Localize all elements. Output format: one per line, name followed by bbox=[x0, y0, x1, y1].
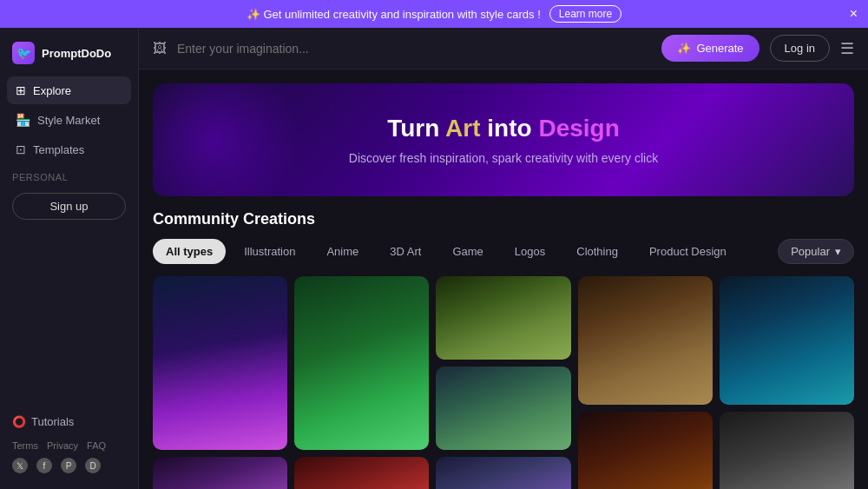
learn-more-button[interactable]: Learn more bbox=[549, 5, 621, 23]
filter-illustration[interactable]: Illustration bbox=[231, 239, 308, 264]
sidebar-item-templates[interactable]: ⊡ Templates bbox=[7, 135, 131, 163]
tutorials-button[interactable]: ⭕ Tutorials bbox=[12, 410, 126, 433]
filter-3d-art[interactable]: 3D Art bbox=[377, 239, 434, 264]
banner-text: ✨ Get unlimited creativity and inspirati… bbox=[247, 8, 541, 21]
logo: 🐦 PromptDoDo bbox=[0, 36, 138, 76]
gallery-col-4 bbox=[578, 276, 713, 489]
filter-tabs: All types Illustration Anime 3D Art Game… bbox=[153, 239, 740, 264]
gallery-item-2[interactable] bbox=[294, 276, 429, 450]
hero-title: Turn Art into Design bbox=[153, 115, 854, 142]
filter-product-design[interactable]: Product Design bbox=[636, 239, 740, 264]
filter-game[interactable]: Game bbox=[439, 239, 496, 264]
sign-up-button[interactable]: Sign up bbox=[12, 193, 126, 220]
pinterest-icon[interactable]: P bbox=[61, 458, 76, 473]
main-content: 🖼 ✨ Generate Log in ☰ Turn Art into Desi… bbox=[139, 28, 868, 489]
gallery-item-3[interactable] bbox=[436, 276, 570, 360]
gallery-item-1[interactable] bbox=[153, 276, 287, 450]
logo-icon: 🐦 bbox=[12, 42, 35, 64]
sort-chevron-icon: ▾ bbox=[835, 245, 841, 258]
sidebar-item-explore[interactable]: ⊞ Explore bbox=[7, 76, 131, 104]
style-market-icon: 🏪 bbox=[16, 113, 30, 127]
close-banner-icon[interactable]: × bbox=[850, 7, 858, 21]
gallery-col-3 bbox=[436, 276, 570, 489]
filter-row: All types Illustration Anime 3D Art Game… bbox=[153, 239, 854, 264]
sidebar-item-style-market[interactable]: 🏪 Style Market bbox=[7, 106, 131, 134]
gallery-col-5 bbox=[720, 276, 854, 489]
twitter-icon[interactable]: 𝕏 bbox=[12, 458, 28, 473]
top-header: 🖼 ✨ Generate Log in ☰ bbox=[139, 28, 868, 69]
gallery-grid bbox=[153, 276, 854, 489]
community-title: Community Creations bbox=[153, 210, 854, 228]
footer-links: Terms Privacy FAQ bbox=[12, 440, 126, 451]
community-section: Community Creations All types Illustrati… bbox=[139, 210, 868, 489]
generate-sparkle-icon: ✨ bbox=[677, 42, 691, 55]
sidebar-bottom: ⭕ Tutorials Terms Privacy FAQ 𝕏 f P D bbox=[0, 403, 138, 480]
filter-all-types[interactable]: All types bbox=[153, 239, 226, 264]
privacy-link[interactable]: Privacy bbox=[47, 440, 78, 451]
search-input[interactable] bbox=[177, 42, 651, 56]
sidebar: 🐦 PromptDoDo ⊞ Explore 🏪 Style Market ⊡ … bbox=[0, 28, 139, 489]
gallery-col-1 bbox=[153, 276, 287, 489]
hero-banner: Turn Art into Design Discover fresh insp… bbox=[153, 83, 854, 196]
gallery-item-4[interactable] bbox=[578, 276, 713, 405]
terms-link[interactable]: Terms bbox=[12, 440, 38, 451]
sidebar-label-explore: Explore bbox=[33, 84, 71, 97]
tutorials-label: Tutorials bbox=[31, 415, 74, 428]
login-button[interactable]: Log in bbox=[770, 35, 830, 62]
gallery-item-6[interactable] bbox=[153, 457, 287, 489]
discord-icon[interactable]: D bbox=[85, 458, 101, 473]
top-banner: ✨ Get unlimited creativity and inspirati… bbox=[0, 0, 868, 28]
filter-anime[interactable]: Anime bbox=[313, 239, 372, 264]
image-upload-icon[interactable]: 🖼 bbox=[153, 41, 167, 56]
sidebar-label-templates: Templates bbox=[33, 143, 84, 156]
sort-label: Popular bbox=[791, 245, 830, 258]
gallery-col-2 bbox=[294, 276, 429, 489]
faq-link[interactable]: FAQ bbox=[87, 440, 106, 451]
menu-icon[interactable]: ☰ bbox=[840, 39, 854, 58]
sort-dropdown[interactable]: Popular ▾ bbox=[778, 239, 854, 264]
gallery-item-11[interactable] bbox=[436, 457, 570, 489]
filter-logos[interactable]: Logos bbox=[502, 239, 558, 264]
gallery-item-9[interactable] bbox=[578, 412, 713, 489]
personal-section-label: Personal bbox=[0, 163, 138, 186]
sidebar-nav: ⊞ Explore 🏪 Style Market ⊡ Templates bbox=[0, 76, 138, 163]
gallery-item-5[interactable] bbox=[720, 276, 854, 405]
hero-subtitle: Discover fresh inspiration, spark creati… bbox=[153, 151, 854, 165]
facebook-icon[interactable]: f bbox=[36, 458, 52, 473]
gallery-item-8[interactable] bbox=[436, 367, 570, 450]
explore-icon: ⊞ bbox=[16, 83, 26, 97]
gallery-item-10[interactable] bbox=[720, 412, 854, 489]
social-icons: 𝕏 f P D bbox=[12, 458, 126, 473]
filter-clothing[interactable]: Clothing bbox=[563, 239, 631, 264]
tutorials-icon: ⭕ bbox=[12, 415, 26, 428]
logo-text: PromptDoDo bbox=[42, 47, 111, 60]
generate-button[interactable]: ✨ Generate bbox=[661, 35, 759, 62]
gallery-item-7[interactable] bbox=[294, 457, 429, 489]
sidebar-label-style-market: Style Market bbox=[37, 114, 100, 127]
templates-icon: ⊡ bbox=[16, 142, 26, 156]
